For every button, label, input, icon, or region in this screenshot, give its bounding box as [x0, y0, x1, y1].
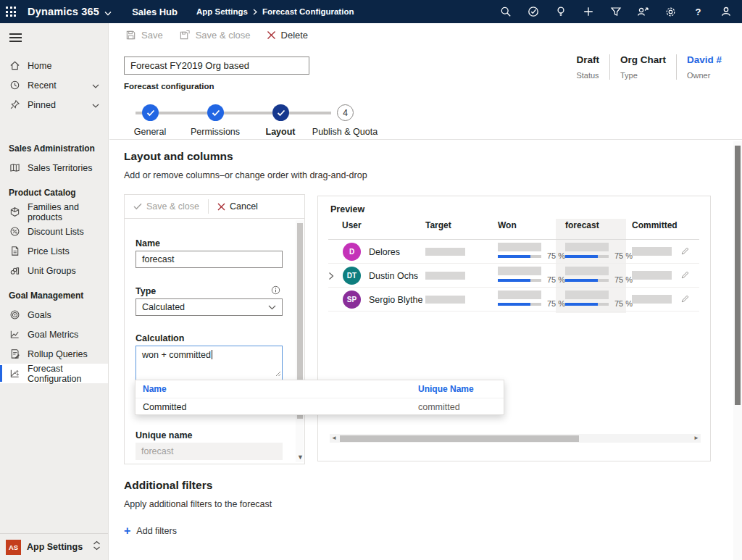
resize-handle-icon[interactable]	[275, 369, 281, 379]
step-permissions-label[interactable]: Permissions	[191, 127, 240, 137]
sidebar-item-home[interactable]: Home	[0, 56, 108, 75]
record-meta: Draft Status Org Chart Type David # Owne…	[566, 54, 732, 80]
calculation-suggestion-flyout: Name Unique Name Committed committed	[135, 380, 504, 415]
preview-horizontal-scrollbar[interactable]: ◄ ►	[330, 434, 701, 443]
target-placeholder	[425, 296, 465, 304]
info-icon[interactable]	[271, 285, 280, 298]
step-general-label[interactable]: General	[134, 127, 166, 137]
col-header-won: Won	[498, 220, 517, 230]
chevron-down-icon[interactable]	[104, 6, 112, 19]
unit-coins-icon	[9, 265, 20, 277]
edit-pencil-icon[interactable]	[680, 246, 690, 259]
step-layout-dot[interactable]	[272, 104, 289, 121]
col-header-forecast: forecast	[565, 220, 599, 230]
delete-button[interactable]: Delete	[267, 30, 309, 41]
sidebar-item-unit-groups[interactable]: Unit Groups	[0, 261, 108, 280]
horizontal-scrollbar-thumb[interactable]	[340, 435, 579, 442]
scroll-left-arrow-icon[interactable]: ◄	[331, 435, 337, 441]
suggestion-row-committed[interactable]: Committed committed	[136, 398, 504, 415]
check-circle-icon[interactable]	[527, 6, 539, 18]
sidebar-item-forecast-configuration[interactable]: Forecast Configuration	[0, 364, 108, 383]
waffle-icon[interactable]	[0, 0, 22, 23]
col-header-target: Target	[425, 220, 451, 230]
sidebar-item-goals[interactable]: Goals	[0, 305, 108, 325]
save-button[interactable]: Save	[125, 30, 163, 41]
vertical-scrollbar-thumb[interactable]	[735, 146, 741, 405]
hamburger-menu-icon[interactable]	[0, 23, 108, 51]
help-icon[interactable]: ?	[692, 6, 704, 18]
step-publish-label[interactable]: Publish & Quota	[312, 127, 378, 137]
sidebar-item-pinned[interactable]: Pinned	[0, 95, 108, 114]
editor-save-close-button[interactable]: Save & close	[125, 195, 208, 218]
chevron-down-icon[interactable]	[92, 80, 99, 91]
preview-row-sergio: SP Sergio Blythe 75 % 75 %	[328, 288, 699, 312]
calculation-textarea[interactable]: won + committed	[136, 346, 283, 380]
editor-cancel-button[interactable]: Cancel	[209, 195, 267, 218]
step-publish-dot[interactable]: 4	[337, 104, 354, 121]
editor-scrollbar[interactable]: ▼	[296, 220, 304, 462]
swap-app-icon[interactable]	[93, 540, 101, 553]
hub-name[interactable]: Sales Hub	[132, 7, 178, 17]
sidebar-item-goal-metrics[interactable]: Goal Metrics	[0, 325, 108, 344]
sidebar: Home Recent Pinned Sales Administration …	[0, 23, 109, 560]
owner-link[interactable]: David #	[687, 54, 722, 65]
expand-chevron-icon[interactable]	[328, 270, 334, 283]
price-doc-icon	[9, 246, 20, 257]
forecast-progress	[565, 279, 609, 282]
chevron-down-icon[interactable]	[92, 100, 99, 110]
stepper-connector	[136, 112, 331, 114]
edit-pencil-icon[interactable]	[680, 293, 690, 306]
sidebar-item-label: Home	[28, 61, 51, 71]
save-close-icon	[179, 30, 191, 41]
scroll-down-arrow-icon[interactable]: ▼	[297, 454, 304, 461]
additional-filters-title: Additional filters	[124, 479, 212, 492]
won-progress	[498, 303, 541, 306]
scroll-right-arrow-icon[interactable]: ►	[693, 435, 699, 441]
app-title[interactable]: Dynamics 365	[28, 6, 99, 17]
breadcrumb-section[interactable]: App Settings	[196, 7, 248, 16]
column-editor-panel: Save & close Cancel Name forecast Type C…	[124, 194, 305, 464]
account-icon[interactable]	[720, 6, 732, 18]
cancel-x-icon	[217, 203, 225, 211]
plus-icon[interactable]	[582, 6, 594, 18]
forecast-name-input[interactable]	[124, 57, 309, 75]
command-bar: Save Save & close Delete	[109, 23, 742, 47]
committed-placeholder	[632, 271, 672, 280]
sidebar-item-price-lists[interactable]: Price Lists	[0, 241, 108, 261]
breadcrumb: App Settings Forecast Configuration	[196, 7, 354, 16]
unique-name-input-disabled: forecast	[136, 443, 283, 460]
user-name: Delores	[369, 247, 400, 257]
type-select[interactable]: Calculated	[136, 298, 283, 316]
sidebar-item-label: Families and products	[28, 202, 108, 222]
committed-placeholder	[632, 247, 672, 256]
avatar: DT	[343, 267, 361, 285]
sidebar-item-discount-lists[interactable]: Discount Lists	[0, 222, 108, 241]
sidebar-item-families-and-products[interactable]: Families and products	[0, 202, 108, 222]
editor-toolbar: Save & close Cancel	[125, 195, 304, 219]
forecast-progress	[565, 255, 609, 258]
doc-pencil-icon	[9, 348, 20, 360]
edit-pencil-icon[interactable]	[680, 269, 690, 283]
save-and-close-button[interactable]: Save & close	[179, 30, 251, 41]
check-icon	[133, 203, 142, 210]
step-permissions-dot[interactable]	[207, 104, 224, 121]
top-navbar: Dynamics 365 Sales Hub App Settings Fore…	[0, 0, 742, 23]
step-general-dot[interactable]	[142, 104, 159, 121]
app-switcher[interactable]: AS App Settings	[0, 533, 108, 560]
won-progress	[498, 279, 541, 282]
share-contact-icon[interactable]	[637, 6, 649, 18]
step-layout-label[interactable]: Layout	[266, 127, 296, 137]
map-book-icon	[9, 162, 20, 174]
column-name-input[interactable]: forecast	[136, 251, 283, 268]
sidebar-item-rollup-queries[interactable]: Rollup Queries	[0, 344, 108, 364]
add-filters-button[interactable]: + Add filters	[124, 525, 177, 537]
settings-gear-icon[interactable]	[664, 6, 677, 18]
sidebar-item-label: Pinned	[28, 100, 56, 110]
lightbulb-icon[interactable]	[554, 6, 567, 18]
text-caret	[212, 350, 212, 359]
sidebar-item-sales-territories[interactable]: Sales Territories	[0, 158, 108, 177]
filter-icon[interactable]	[609, 6, 622, 18]
sidebar-item-recent[interactable]: Recent	[0, 75, 108, 95]
search-icon[interactable]	[499, 6, 512, 18]
main-vertical-scrollbar[interactable]	[733, 141, 742, 560]
